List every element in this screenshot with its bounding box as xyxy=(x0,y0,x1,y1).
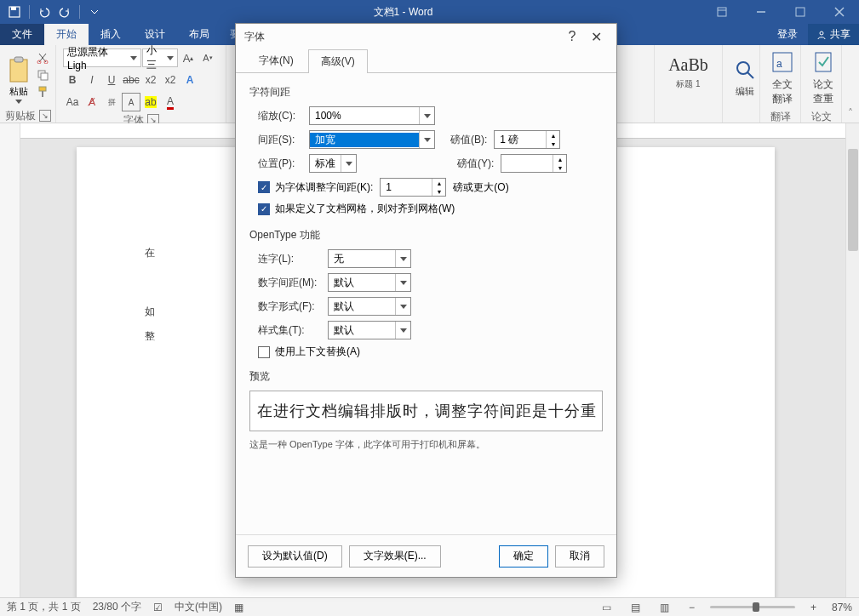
grow-font-icon[interactable]: A▴ xyxy=(179,48,198,67)
word-count[interactable]: 23/80 个字 xyxy=(93,600,141,614)
chevron-down-icon[interactable] xyxy=(395,322,410,339)
underline-icon[interactable]: U xyxy=(102,71,121,89)
section-opentype: OpenType 功能 xyxy=(249,228,603,242)
font-name-select[interactable]: 思源黑体 Ligh xyxy=(63,48,141,67)
tab-file[interactable]: 文件 xyxy=(0,24,44,45)
kerning-spinner[interactable]: 1 ▲▼ xyxy=(380,178,446,197)
spin-down-icon[interactable]: ▼ xyxy=(553,163,566,172)
highlight-icon[interactable]: ab xyxy=(141,93,160,111)
font-dialog: 字体 ? ✕ 字体(N) 高级(V) 字符间距 缩放(C): 100% 间距(S… xyxy=(235,23,617,578)
maximize-icon[interactable] xyxy=(781,0,820,24)
subscript-icon[interactable]: x2 xyxy=(141,71,160,89)
vertical-scrollbar[interactable] xyxy=(845,123,859,597)
read-mode-icon[interactable]: ▭ xyxy=(598,601,616,614)
tab-home[interactable]: 开始 xyxy=(44,24,89,45)
tab-layout[interactable]: 布局 xyxy=(177,24,221,45)
phonetic-guide-icon[interactable]: 拼 xyxy=(102,93,121,111)
svg-rect-4 xyxy=(796,8,805,16)
chevron-down-icon[interactable] xyxy=(341,155,356,172)
dialog-help-icon[interactable]: ? xyxy=(560,25,584,48)
zoom-slider[interactable] xyxy=(710,606,795,608)
ribbon-options-icon[interactable] xyxy=(702,0,742,24)
qat-customize-icon[interactable] xyxy=(85,3,104,21)
cut-icon[interactable] xyxy=(35,50,50,66)
numspacing-combobox[interactable]: 默认 xyxy=(328,273,411,292)
font-size-select[interactable]: 小三 xyxy=(142,48,178,67)
redo-icon[interactable] xyxy=(55,3,74,21)
quick-access-toolbar xyxy=(0,3,104,21)
macro-icon[interactable]: ▦ xyxy=(234,602,243,613)
share-button[interactable]: 共享 xyxy=(808,24,859,45)
text-effects-icon[interactable]: A xyxy=(180,71,199,89)
language-status[interactable]: 中文(中国) xyxy=(175,600,222,614)
context-alt-checkbox[interactable]: 使用上下文替换(A) xyxy=(258,345,360,359)
tab-font-basic[interactable]: 字体(N) xyxy=(246,48,306,72)
zoom-in-icon[interactable]: + xyxy=(807,602,820,613)
spin-up-icon[interactable]: ▲ xyxy=(553,155,566,163)
text-effects-button[interactable]: 文字效果(E)... xyxy=(349,545,441,568)
tab-design[interactable]: 设计 xyxy=(133,24,177,45)
tab-insert[interactable]: 插入 xyxy=(89,24,133,45)
scale-combobox[interactable]: 100% xyxy=(309,106,435,125)
position-combobox[interactable]: 标准 xyxy=(309,154,357,173)
zoom-level[interactable]: 87% xyxy=(832,602,852,613)
set-default-button[interactable]: 设为默认值(D) xyxy=(248,545,342,568)
ligatures-combobox[interactable]: 无 xyxy=(328,249,411,268)
collapse-ribbon-icon[interactable]: ˄ xyxy=(848,107,853,119)
share-icon xyxy=(816,30,827,40)
tab-font-advanced[interactable]: 高级(V) xyxy=(308,49,368,73)
spacing-pt-label: 磅值(B): xyxy=(450,133,487,147)
numform-combobox[interactable]: 默认 xyxy=(328,297,411,316)
proofing-icon[interactable]: ☑ xyxy=(153,602,163,613)
spin-down-icon[interactable]: ▼ xyxy=(432,187,445,196)
styleset-combobox[interactable]: 默认 xyxy=(328,321,411,339)
spacing-combobox[interactable]: 加宽 xyxy=(309,130,435,149)
shrink-font-icon[interactable]: A▾ xyxy=(198,48,217,67)
save-icon[interactable] xyxy=(5,3,24,21)
paste-button[interactable]: 粘贴 xyxy=(3,47,33,109)
format-painter-icon[interactable] xyxy=(35,84,50,100)
position-pt-spinner[interactable]: ▲▼ xyxy=(501,154,567,173)
document-title: 文档1 - Word xyxy=(104,5,702,20)
clear-format-icon[interactable]: A̸ xyxy=(83,93,101,111)
bold-icon[interactable]: B xyxy=(63,71,82,89)
change-case-icon[interactable]: Aa xyxy=(63,93,82,111)
chevron-down-icon[interactable] xyxy=(395,250,410,267)
spin-up-icon[interactable]: ▲ xyxy=(432,179,445,187)
undo-icon[interactable] xyxy=(35,3,54,21)
chevron-down-icon[interactable] xyxy=(419,131,434,148)
chevron-down-icon[interactable] xyxy=(419,107,434,124)
dialog-close-icon[interactable]: ✕ xyxy=(584,25,608,48)
review-button[interactable]: 论文查重 xyxy=(805,47,842,110)
minimize-icon[interactable] xyxy=(742,0,781,24)
clipboard-dialog-launcher[interactable]: ↘ xyxy=(39,110,51,122)
chevron-down-icon[interactable] xyxy=(395,298,410,315)
editing-menu[interactable]: 编辑 xyxy=(726,47,764,109)
vertical-ruler[interactable] xyxy=(0,123,20,597)
translate-button[interactable]: a 全文翻译 xyxy=(764,47,801,110)
char-border-icon[interactable]: A xyxy=(122,93,140,111)
chevron-down-icon[interactable] xyxy=(395,274,410,291)
scrollbar-thumb[interactable] xyxy=(848,149,858,251)
print-layout-icon[interactable]: ▤ xyxy=(627,601,644,614)
web-layout-icon[interactable]: ▥ xyxy=(656,601,673,614)
strikethrough-icon[interactable]: abc xyxy=(122,71,140,89)
kerning-checkbox[interactable]: ✓ 为字体调整字间距(K): xyxy=(258,180,373,195)
svg-rect-2 xyxy=(718,8,726,16)
page-status[interactable]: 第 1 页，共 1 页 xyxy=(7,600,81,614)
ok-button[interactable]: 确定 xyxy=(499,545,548,568)
cancel-button[interactable]: 取消 xyxy=(555,545,604,568)
superscript-icon[interactable]: x2 xyxy=(161,71,180,89)
close-icon[interactable] xyxy=(820,0,859,24)
login-button[interactable]: 登录 xyxy=(767,27,808,42)
style-heading1[interactable]: AaBb 标题 1 xyxy=(665,48,713,96)
spacing-pt-spinner[interactable]: 1 磅 ▲▼ xyxy=(494,130,560,149)
spin-up-icon[interactable]: ▲ xyxy=(546,131,559,140)
font-color-icon[interactable]: A xyxy=(161,93,180,111)
dialog-titlebar[interactable]: 字体 ? ✕ xyxy=(236,24,616,49)
spin-down-icon[interactable]: ▼ xyxy=(546,140,559,148)
snap-grid-checkbox[interactable]: ✓ 如果定义了文档网格，则对齐到网格(W) xyxy=(258,202,455,216)
copy-icon[interactable] xyxy=(35,67,50,83)
zoom-out-icon[interactable]: − xyxy=(685,602,698,613)
italic-icon[interactable]: I xyxy=(83,71,101,89)
